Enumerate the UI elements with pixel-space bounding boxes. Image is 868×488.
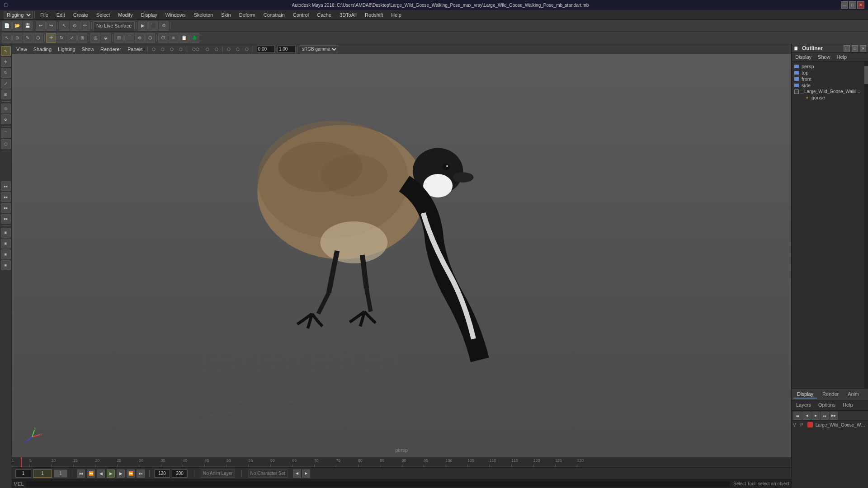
minimize-button[interactable]: — xyxy=(841,1,848,9)
next-frame-btn[interactable]: ▶ xyxy=(117,469,125,478)
outliner-persp[interactable]: persp xyxy=(793,63,863,70)
universal-manip-btn[interactable]: ⊞ xyxy=(77,33,87,43)
menu-skeleton[interactable]: Skeleton xyxy=(190,11,217,19)
rotate-btn[interactable]: ↻ xyxy=(57,33,66,43)
cb-render-tab[interactable]: Render xyxy=(819,390,842,399)
new-scene-btn[interactable]: 📄 xyxy=(2,21,12,31)
cb-options-tab[interactable]: Options xyxy=(815,401,839,409)
mel-input[interactable] xyxy=(26,481,730,487)
vp-view-menu[interactable]: View xyxy=(14,46,30,53)
cb-display-tab[interactable]: Display xyxy=(793,390,817,399)
cb-layers-tab[interactable]: Layers xyxy=(793,401,815,409)
ch-transport-btn5[interactable]: ▶▶ xyxy=(830,412,838,420)
menu-control[interactable]: Control xyxy=(289,11,312,19)
menu-skin[interactable]: Skin xyxy=(217,11,234,19)
current-frame-input[interactable] xyxy=(33,469,52,478)
menu-select[interactable]: Select xyxy=(93,11,114,19)
undo-btn[interactable]: ↩ xyxy=(36,21,46,31)
save-btn[interactable]: 💾 xyxy=(23,21,33,31)
snap-grid-btn[interactable]: ⊞ xyxy=(114,33,124,43)
lt-disp8-btn[interactable]: ▣ xyxy=(1,260,11,270)
maximize-button[interactable]: □ xyxy=(849,1,856,9)
vp-lighting-menu[interactable]: Lighting xyxy=(55,46,78,53)
module-selector[interactable]: Rigging xyxy=(4,11,33,19)
lasso-btn[interactable]: ⊙ xyxy=(70,21,80,31)
out-display-menu[interactable]: Display xyxy=(793,54,814,60)
outliner-goose-joint[interactable]: ✦ goose xyxy=(793,94,863,101)
paint-select-btn[interactable]: ✎ xyxy=(23,33,33,43)
vp-renderer-menu[interactable]: Renderer xyxy=(98,46,124,53)
vp-value1-input[interactable] xyxy=(257,46,275,53)
anim-start-input[interactable] xyxy=(154,469,170,478)
outliner-side[interactable]: side xyxy=(793,82,863,89)
lt-universal-btn[interactable]: ⊞ xyxy=(1,89,11,99)
menu-file[interactable]: File xyxy=(37,11,52,19)
outliner-front[interactable]: front xyxy=(793,76,863,82)
ch-transport-btn4[interactable]: ⏭ xyxy=(821,412,829,420)
scale-btn[interactable]: ⤢ xyxy=(67,33,77,43)
vp-value2-input[interactable] xyxy=(278,46,296,53)
vp-icon9[interactable]: ⬡ xyxy=(234,45,242,53)
out-help-menu[interactable]: Help xyxy=(834,54,850,60)
outliner-top[interactable]: top xyxy=(793,70,863,76)
menu-modify[interactable]: Modify xyxy=(114,11,136,19)
ch-transport-btn3[interactable]: ▶ xyxy=(811,412,820,420)
viewport-canvas[interactable]: persp X Y Z xyxy=(12,54,791,457)
select-arrow-btn[interactable]: ↖ xyxy=(2,33,12,43)
vp-icon1[interactable]: ⬡ xyxy=(150,45,158,53)
menu-edit[interactable]: Edit xyxy=(53,11,69,19)
paint-btn[interactable]: ✏ xyxy=(80,21,90,31)
attr-editor-btn[interactable]: 📋 xyxy=(179,33,189,43)
lt-scale-btn[interactable]: ⤢ xyxy=(1,79,11,89)
menu-help[interactable]: Help xyxy=(387,11,405,19)
viewport[interactable]: View Shading Lighting Show Renderer Pane… xyxy=(12,44,791,457)
soft-mod-btn[interactable]: ◎ xyxy=(90,33,100,43)
vp-icon6[interactable]: ⬡ xyxy=(203,45,212,53)
cb-anim-tab[interactable]: Anim xyxy=(844,390,863,399)
layer-row-goose[interactable]: V P Large_Wild_Goose_Wa... xyxy=(793,422,867,428)
lt-disp2-btn[interactable]: ■■ xyxy=(1,192,11,202)
vp-icon5[interactable]: ⬡⬡ xyxy=(189,45,203,53)
lt-sculpt-btn[interactable]: ⬙ xyxy=(1,114,11,124)
anim-end-input[interactable] xyxy=(172,469,188,478)
end-frame-display[interactable] xyxy=(54,469,67,478)
vp-icon10[interactable]: ⬡ xyxy=(243,45,251,53)
outliner-scrollbar[interactable] xyxy=(864,61,868,388)
menu-create[interactable]: Create xyxy=(70,11,92,19)
vp-gamma-select[interactable]: sRGB gamma xyxy=(300,45,338,53)
vp-icon4[interactable]: ⬡ xyxy=(177,45,185,53)
snap-point-btn[interactable]: ⊕ xyxy=(135,33,145,43)
vp-icon2[interactable]: ⬡ xyxy=(159,45,167,53)
lt-rotate-btn[interactable]: ↻ xyxy=(1,68,11,78)
render-btn[interactable]: ▶ xyxy=(138,21,148,31)
char-set-btn1[interactable]: ◀ xyxy=(293,469,301,478)
play-btn[interactable]: ▶ xyxy=(107,469,115,478)
channel-box-btn[interactable]: ≡ xyxy=(169,33,179,43)
vp-panels-menu[interactable]: Panels xyxy=(125,46,146,53)
history-btn[interactable]: ⏱ xyxy=(158,33,168,43)
out-show-menu[interactable]: Show xyxy=(815,54,833,60)
outliner-btn[interactable]: 🌲 xyxy=(189,33,199,43)
lt-disp3-btn[interactable]: ■■ xyxy=(1,203,11,213)
lt-curve-btn[interactable]: ⌒ xyxy=(1,128,11,138)
prev-frame-btn[interactable]: ◀ xyxy=(97,469,105,478)
step-forward-btn[interactable]: ⏩ xyxy=(127,469,135,478)
snap-curve-btn[interactable]: ⌒ xyxy=(124,33,134,43)
lt-disp4-btn[interactable]: ■■ xyxy=(1,214,11,224)
outliner-goose-mesh[interactable]: Large_Wild_Goose_Walki... xyxy=(793,89,863,94)
outliner-max-btn[interactable]: □ xyxy=(852,45,858,52)
vp-show-menu[interactable]: Show xyxy=(79,46,97,53)
close-button[interactable]: ✕ xyxy=(857,1,864,9)
outliner-min-btn[interactable]: — xyxy=(844,45,850,52)
lt-disp7-btn[interactable]: ▣ xyxy=(1,249,11,259)
menu-display[interactable]: Display xyxy=(137,11,161,19)
component-btn[interactable]: ⬡ xyxy=(33,33,43,43)
char-set-btn2[interactable]: ▶ xyxy=(302,469,310,478)
menu-deform[interactable]: Deform xyxy=(236,11,259,19)
menu-3dtoall[interactable]: 3DToAll xyxy=(336,11,360,19)
lt-select-btn[interactable]: ↖ xyxy=(1,46,11,56)
ch-transport-btn1[interactable]: ⏮ xyxy=(793,412,802,420)
step-back-btn[interactable]: ⏪ xyxy=(87,469,95,478)
lt-disp6-btn[interactable]: ▣ xyxy=(1,239,11,249)
lt-soft-btn[interactable]: ◎ xyxy=(1,103,11,113)
